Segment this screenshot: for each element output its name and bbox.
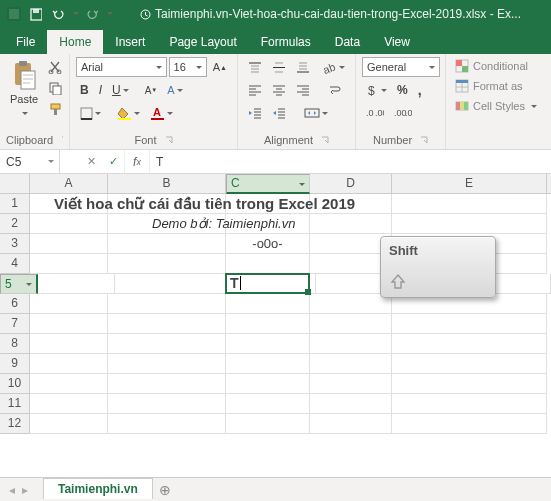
cell[interactable] xyxy=(108,234,226,254)
col-header-d[interactable]: D xyxy=(310,174,392,193)
cell[interactable] xyxy=(392,414,547,434)
cell[interactable] xyxy=(30,294,108,314)
tab-data[interactable]: Data xyxy=(323,30,372,54)
bold-button[interactable]: B xyxy=(76,80,93,100)
cell[interactable] xyxy=(226,294,310,314)
cell[interactable] xyxy=(30,254,108,274)
cell[interactable] xyxy=(108,354,226,374)
font-size-select[interactable]: 16 xyxy=(169,57,207,77)
undo-dropdown[interactable] xyxy=(70,4,80,24)
tab-insert[interactable]: Insert xyxy=(103,30,157,54)
tab-file[interactable]: File xyxy=(4,30,47,54)
format-as-table-button[interactable]: Format as xyxy=(452,77,545,95)
cell[interactable]: Viết hoa chữ cái đầu tiên trong Excel 20… xyxy=(30,194,108,214)
cut-button[interactable] xyxy=(44,57,66,77)
cell[interactable] xyxy=(30,214,108,234)
cell[interactable] xyxy=(310,314,392,334)
decrease-font-button[interactable]: A▼ xyxy=(141,80,162,100)
cell[interactable] xyxy=(392,374,547,394)
dialog-launcher-icon[interactable] xyxy=(321,136,329,144)
cell[interactable] xyxy=(310,294,392,314)
fill-color-button[interactable] xyxy=(113,103,144,123)
cell[interactable] xyxy=(392,354,547,374)
cell[interactable] xyxy=(30,334,108,354)
cell[interactable] xyxy=(310,394,392,414)
number-format-select[interactable]: General xyxy=(362,57,440,77)
cell[interactable] xyxy=(226,374,310,394)
row-header[interactable]: 3 xyxy=(0,234,30,254)
col-header-a[interactable]: A xyxy=(30,174,108,193)
sheet-nav-next[interactable]: ▸ xyxy=(19,483,31,497)
worksheet-grid[interactable]: A B C D E 1 Viết hoa chữ cái đầu tiên tr… xyxy=(0,174,551,476)
tab-home[interactable]: Home xyxy=(47,30,103,54)
cell[interactable] xyxy=(310,414,392,434)
cell[interactable]: -o0o- xyxy=(226,234,310,254)
cell[interactable] xyxy=(392,214,547,234)
cell[interactable] xyxy=(108,314,226,334)
wrap-text-button[interactable] xyxy=(324,80,346,100)
align-center-button[interactable] xyxy=(268,80,290,100)
cell[interactable] xyxy=(392,194,547,214)
select-all-corner[interactable] xyxy=(0,174,30,193)
decrease-decimal-button[interactable]: .00.0 xyxy=(390,103,416,123)
cell[interactable] xyxy=(30,314,108,334)
border-button[interactable] xyxy=(76,103,105,123)
cell[interactable] xyxy=(108,394,226,414)
align-top-button[interactable] xyxy=(244,57,266,77)
row-header[interactable]: 9 xyxy=(0,354,30,374)
undo-button[interactable] xyxy=(48,4,68,24)
cell[interactable] xyxy=(310,354,392,374)
merge-button[interactable] xyxy=(300,103,332,123)
increase-font-button[interactable]: A▲ xyxy=(209,57,231,77)
font-color-button[interactable]: A xyxy=(146,103,177,123)
align-right-button[interactable] xyxy=(292,80,314,100)
new-sheet-button[interactable]: ⊕ xyxy=(155,482,175,498)
tab-formulas[interactable]: Formulas xyxy=(249,30,323,54)
cell[interactable] xyxy=(392,314,547,334)
increase-indent-button[interactable] xyxy=(268,103,290,123)
cell[interactable] xyxy=(30,394,108,414)
fx-icon[interactable]: fx xyxy=(124,150,150,173)
accounting-format-button[interactable]: $ xyxy=(362,80,391,100)
cell[interactable] xyxy=(392,394,547,414)
col-header-e[interactable]: E xyxy=(392,174,547,193)
underline-button[interactable]: U xyxy=(108,80,133,100)
increase-decimal-button[interactable]: .0.00 xyxy=(362,103,388,123)
decrease-indent-button[interactable] xyxy=(244,103,266,123)
italic-button[interactable]: I xyxy=(95,80,106,100)
cell[interactable] xyxy=(226,254,310,274)
cell[interactable] xyxy=(108,374,226,394)
cell[interactable] xyxy=(30,414,108,434)
cell[interactable] xyxy=(108,254,226,274)
copy-button[interactable] xyxy=(44,78,66,98)
cell[interactable] xyxy=(38,274,115,294)
cell[interactable] xyxy=(226,354,310,374)
dialog-launcher-icon[interactable] xyxy=(420,136,428,144)
cell[interactable] xyxy=(310,374,392,394)
row-header[interactable]: 6 xyxy=(0,294,30,314)
cancel-icon[interactable]: ✕ xyxy=(80,150,102,173)
cell[interactable] xyxy=(226,314,310,334)
col-header-b[interactable]: B xyxy=(108,174,226,193)
cell[interactable] xyxy=(30,374,108,394)
row-header[interactable]: 10 xyxy=(0,374,30,394)
row-header[interactable]: 1 xyxy=(0,194,30,214)
col-header-c[interactable]: C xyxy=(226,174,310,194)
row-header[interactable]: 11 xyxy=(0,394,30,414)
cell[interactable] xyxy=(108,414,226,434)
cell[interactable] xyxy=(115,274,232,294)
dialog-launcher-icon[interactable] xyxy=(61,136,63,144)
row-header[interactable]: 12 xyxy=(0,414,30,434)
cell[interactable] xyxy=(30,234,108,254)
qat-customize[interactable] xyxy=(104,4,114,24)
percent-button[interactable]: % xyxy=(393,80,412,100)
cell[interactable]: Demo bởi: Taimienphi.vn xyxy=(108,214,226,234)
cell[interactable] xyxy=(226,414,310,434)
tab-page-layout[interactable]: Page Layout xyxy=(157,30,248,54)
cell[interactable] xyxy=(226,394,310,414)
cell[interactable] xyxy=(108,334,226,354)
row-header[interactable]: 8 xyxy=(0,334,30,354)
dialog-launcher-icon[interactable] xyxy=(165,136,173,144)
redo-button[interactable] xyxy=(82,4,102,24)
cell[interactable] xyxy=(30,354,108,374)
